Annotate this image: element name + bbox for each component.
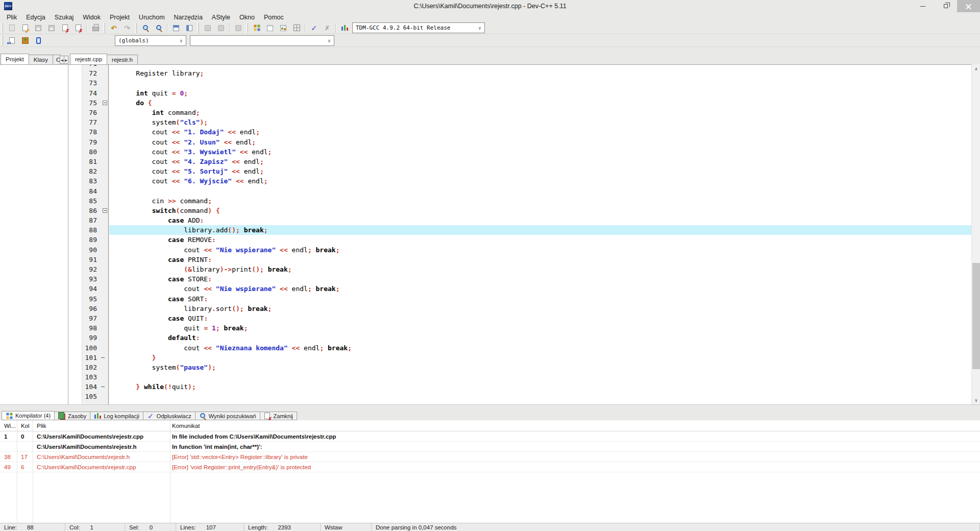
tab-rejestr.h[interactable]: rejestr.h: [107, 55, 138, 64]
code-line-80[interactable]: 80 cout << "3. Wyswietl" << endl;: [68, 147, 971, 157]
code-line-94[interactable]: 94 cout << "Nie wspierane" << endl; brea…: [68, 284, 971, 294]
tab-scroll-right-icon[interactable]: ▶: [64, 56, 68, 64]
table-row[interactable]: 3817C:\Users\Kamil\Documents\rejestr.h[E…: [0, 452, 980, 462]
fold-collapse-icon[interactable]: [103, 101, 107, 105]
menu-item-widok[interactable]: Widok: [78, 12, 105, 22]
colored-squares-button[interactable]: [251, 22, 263, 34]
code-line-104[interactable]: 104 } while(!quit);: [68, 382, 971, 392]
undo-button[interactable]: [108, 22, 120, 34]
outline-squares-button[interactable]: [290, 22, 303, 34]
menu-item-okno[interactable]: Okno: [235, 12, 259, 22]
code-line-92[interactable]: 92 (&library)->print(); break;: [68, 264, 971, 274]
run-button[interactable]: [215, 22, 227, 34]
code-line-102[interactable]: 102 system("pause");: [68, 363, 971, 372]
redo-button[interactable]: [121, 22, 133, 34]
bottom-tab-zamknij[interactable]: Zamknij: [260, 412, 298, 420]
open-file-button[interactable]: [19, 22, 31, 34]
code-line-95[interactable]: 95 case SORT:: [68, 294, 971, 304]
code-line-99[interactable]: 99 default:: [68, 333, 971, 343]
code-line-79[interactable]: 79 cout << "2. Usun" << endl;: [68, 137, 971, 147]
menu-item-szukaj[interactable]: Szukaj: [50, 12, 79, 22]
horizontal-splitter[interactable]: [0, 404, 980, 411]
gray-x-button[interactable]: [321, 22, 333, 34]
scrollbar-thumb[interactable]: [972, 263, 980, 369]
close-file-button[interactable]: [59, 22, 71, 34]
code-line-74[interactable]: 74 int quit = 0;: [68, 88, 971, 98]
code-line-90[interactable]: 90 cout << "Nie wspierane" << endl; brea…: [68, 245, 971, 255]
editor-scrollbar[interactable]: [971, 64, 980, 404]
compile-run-button[interactable]: [232, 22, 244, 34]
colored-window-button[interactable]: [277, 22, 289, 34]
code-line-105[interactable]: 105: [68, 392, 971, 401]
code-line-73[interactable]: 73: [68, 78, 971, 88]
menu-item-plik[interactable]: Plik: [2, 12, 21, 22]
code-line-87[interactable]: 87 case ADD:: [68, 215, 971, 225]
menu-item-astyle[interactable]: AStyle: [207, 12, 235, 22]
column-header[interactable]: Komunikat: [170, 423, 980, 429]
code-line-72[interactable]: 72 Register library;: [68, 68, 971, 78]
table-row[interactable]: 496C:\Users\Kamil\Documents\rejestr.cpp[…: [0, 462, 980, 472]
bottom-tab-log-kompilacji[interactable]: Log kompilacji: [90, 412, 143, 420]
bottom-tab-wyniki-poszukiwa-[interactable]: Wyniki poszukiwań: [195, 412, 260, 420]
code-line-75[interactable]: 75 do {: [68, 98, 971, 108]
code-line-81[interactable]: 81 cout << "4. Zapisz" << endl;: [68, 157, 971, 166]
tab-projekt[interactable]: Projekt: [1, 54, 29, 64]
profiling-chart-button[interactable]: [338, 22, 351, 34]
new-source-button[interactable]: [6, 22, 18, 34]
code-line-71[interactable]: 71: [68, 65, 971, 68]
save-all-button[interactable]: [45, 22, 58, 34]
menu-item-pomoc[interactable]: Pomoc: [259, 12, 288, 22]
restore-button[interactable]: [934, 0, 957, 12]
code-line-96[interactable]: 96 library.sort(); break;: [68, 304, 971, 313]
code-line-100[interactable]: 100 cout << "Nieznana komenda" << endl; …: [68, 343, 971, 352]
menu-item-narzędzia[interactable]: Narzędzia: [169, 12, 207, 22]
fold-collapse-icon[interactable]: [103, 208, 107, 213]
column-header[interactable]: Wi...: [0, 423, 17, 429]
code-line-76[interactable]: 76 int command;: [68, 108, 971, 117]
column-header[interactable]: Plik: [33, 423, 170, 429]
code-line-97[interactable]: 97 case QUIT:: [68, 313, 971, 323]
table-row[interactable]: C:\Users\Kamil\Documents\rejestr.hIn fun…: [0, 442, 980, 452]
compiler-profile-select[interactable]: TDM-GCC 4.9.2 64-bit Release: [352, 22, 485, 33]
code-line-101[interactable]: 101 }: [68, 353, 971, 363]
code-line-84[interactable]: 84: [68, 186, 971, 196]
close-all-button[interactable]: [72, 22, 84, 34]
bottom-tab-zasoby[interactable]: Zasoby: [54, 412, 90, 420]
scroll-down-icon[interactable]: [972, 396, 980, 404]
print-button[interactable]: [89, 22, 102, 34]
project-panel[interactable]: [0, 65, 68, 404]
fold-margin[interactable]: [100, 208, 109, 213]
find-button[interactable]: [139, 22, 152, 34]
bottom-tab-odpluskwiacz[interactable]: Odpluskwiacz: [143, 412, 195, 420]
column-header[interactable]: Kol: [17, 423, 33, 429]
menu-item-edycja[interactable]: Edycja: [21, 12, 50, 22]
format-check-button[interactable]: [308, 22, 320, 34]
code-line-103[interactable]: 103: [68, 372, 971, 382]
menu-item-uruchom[interactable]: Uruchom: [134, 12, 169, 22]
code-line-85[interactable]: 85 cin >> command;: [68, 196, 971, 206]
bookmark-bar-button[interactable]: [32, 35, 44, 46]
code-line-88[interactable]: 88 library.add(); break;: [68, 225, 971, 235]
code-line-77[interactable]: 77 system("cls");: [68, 117, 971, 127]
code-line-93[interactable]: 93 case STORE:: [68, 274, 971, 284]
minimize-button[interactable]: [911, 0, 934, 12]
tab-rejestr.cpp[interactable]: rejestr.cpp: [70, 54, 107, 64]
goto-panel-button[interactable]: [170, 22, 182, 34]
compile-button[interactable]: [202, 22, 214, 34]
code-line-78[interactable]: 78 cout << "1. Dodaj" << endl;: [68, 127, 971, 137]
replace-button[interactable]: [153, 22, 165, 34]
fold-margin[interactable]: [100, 101, 109, 105]
code-line-83[interactable]: 83 cout << "6. Wyjscie" << endl;: [68, 176, 971, 186]
code-line-98[interactable]: 98 quit = 1; break;: [68, 323, 971, 333]
code-line-89[interactable]: 89 case REMOVE:: [68, 235, 971, 245]
save-button[interactable]: [32, 22, 44, 34]
members-select[interactable]: [190, 35, 334, 46]
globals-select[interactable]: (globals): [115, 35, 186, 46]
code-line-82[interactable]: 82 cout << "5. Sortuj" << endl;: [68, 166, 971, 176]
bottom-tab-kompilator-4-[interactable]: Kompilator (4): [2, 411, 55, 420]
scroll-up-icon[interactable]: [972, 64, 980, 73]
panel-arrow-button[interactable]: [183, 22, 195, 34]
tab-klasy[interactable]: Klasy: [29, 55, 53, 64]
code-editor[interactable]: 7172 Register library;7374 int quit = 0;…: [68, 65, 971, 404]
nav-back-button[interactable]: [6, 35, 18, 46]
